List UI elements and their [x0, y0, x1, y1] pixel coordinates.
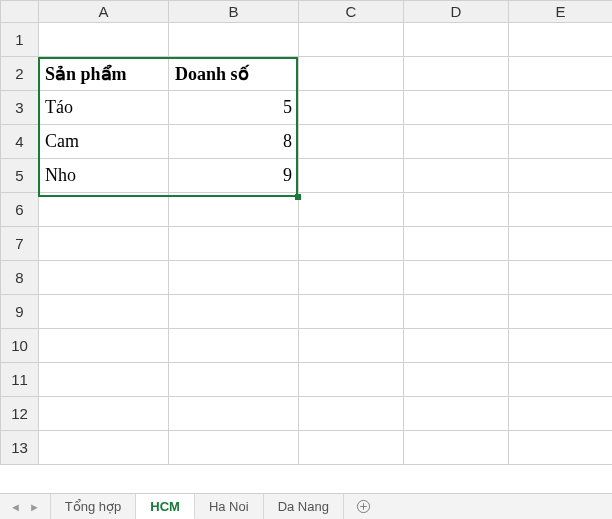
- cell-C10[interactable]: [299, 329, 404, 363]
- select-all-corner[interactable]: [1, 1, 39, 23]
- sheet-tab-da-nang[interactable]: Da Nang: [264, 494, 344, 519]
- cell-E5[interactable]: [509, 159, 613, 193]
- grid-body: 1 2 Sản phẩm Doanh số 3 Táo 5 4 Cam 8: [1, 23, 613, 465]
- row-header-8[interactable]: 8: [1, 261, 39, 295]
- cell-D12[interactable]: [404, 397, 509, 431]
- cell-A5[interactable]: Nho: [39, 159, 169, 193]
- cell-A7[interactable]: [39, 227, 169, 261]
- cell-A11[interactable]: [39, 363, 169, 397]
- cell-A12[interactable]: [39, 397, 169, 431]
- cell-A10[interactable]: [39, 329, 169, 363]
- cell-B1[interactable]: [169, 23, 299, 57]
- cell-D11[interactable]: [404, 363, 509, 397]
- col-header-E[interactable]: E: [509, 1, 613, 23]
- row-header-6[interactable]: 6: [1, 193, 39, 227]
- plus-circle-icon: [356, 499, 371, 514]
- sheet-tab-label: HCM: [150, 499, 180, 514]
- cell-A8[interactable]: [39, 261, 169, 295]
- cell-A13[interactable]: [39, 431, 169, 465]
- cell-D9[interactable]: [404, 295, 509, 329]
- cell-E7[interactable]: [509, 227, 613, 261]
- cell-B7[interactable]: [169, 227, 299, 261]
- row-header-7[interactable]: 7: [1, 227, 39, 261]
- cell-B11[interactable]: [169, 363, 299, 397]
- row-header-5[interactable]: 5: [1, 159, 39, 193]
- tab-nav-next-icon[interactable]: ►: [29, 501, 40, 513]
- row-header-10[interactable]: 10: [1, 329, 39, 363]
- cell-D8[interactable]: [404, 261, 509, 295]
- sheet-tab-ha-noi[interactable]: Ha Noi: [195, 494, 264, 519]
- cell-E13[interactable]: [509, 431, 613, 465]
- cell-D5[interactable]: [404, 159, 509, 193]
- row-header-9[interactable]: 9: [1, 295, 39, 329]
- row-header-11[interactable]: 11: [1, 363, 39, 397]
- cell-C11[interactable]: [299, 363, 404, 397]
- new-sheet-button[interactable]: [344, 494, 383, 519]
- sheet-tab-hcm[interactable]: HCM: [136, 494, 195, 519]
- row-header-13[interactable]: 13: [1, 431, 39, 465]
- cell-C6[interactable]: [299, 193, 404, 227]
- row-header-2[interactable]: 2: [1, 57, 39, 91]
- cell-E10[interactable]: [509, 329, 613, 363]
- cell-D1[interactable]: [404, 23, 509, 57]
- cell-E8[interactable]: [509, 261, 613, 295]
- cell-B4[interactable]: 8: [169, 125, 299, 159]
- cell-E6[interactable]: [509, 193, 613, 227]
- cell-C12[interactable]: [299, 397, 404, 431]
- cell-A3[interactable]: Táo: [39, 91, 169, 125]
- cell-C7[interactable]: [299, 227, 404, 261]
- cell-D6[interactable]: [404, 193, 509, 227]
- cell-A1[interactable]: [39, 23, 169, 57]
- cell-C4[interactable]: [299, 125, 404, 159]
- sheet-tab-label: Da Nang: [278, 499, 329, 514]
- row-header-3[interactable]: 3: [1, 91, 39, 125]
- cell-C13[interactable]: [299, 431, 404, 465]
- cell-A6[interactable]: [39, 193, 169, 227]
- cell-C9[interactable]: [299, 295, 404, 329]
- cell-E9[interactable]: [509, 295, 613, 329]
- tab-nav-prev-icon[interactable]: ◄: [10, 501, 21, 513]
- cell-C8[interactable]: [299, 261, 404, 295]
- col-header-A[interactable]: A: [39, 1, 169, 23]
- cell-B12[interactable]: [169, 397, 299, 431]
- cell-E1[interactable]: [509, 23, 613, 57]
- cell-E2[interactable]: [509, 57, 613, 91]
- cell-A9[interactable]: [39, 295, 169, 329]
- cell-B2[interactable]: Doanh số: [169, 57, 299, 91]
- col-header-B[interactable]: B: [169, 1, 299, 23]
- cell-B5-value: 9: [169, 159, 298, 192]
- col-header-C[interactable]: C: [299, 1, 404, 23]
- cell-E3[interactable]: [509, 91, 613, 125]
- cell-E11[interactable]: [509, 363, 613, 397]
- cell-C2[interactable]: [299, 57, 404, 91]
- row-header-1[interactable]: 1: [1, 23, 39, 57]
- cell-B5[interactable]: 9: [169, 159, 299, 193]
- column-header-row: A B C D E: [1, 1, 613, 23]
- cell-D7[interactable]: [404, 227, 509, 261]
- cell-A5-value: Nho: [39, 159, 168, 192]
- cell-B9[interactable]: [169, 295, 299, 329]
- col-header-D[interactable]: D: [404, 1, 509, 23]
- sheet-tab-tong-hop[interactable]: Tổng hợp: [51, 494, 136, 519]
- cell-C3[interactable]: [299, 91, 404, 125]
- cell-D10[interactable]: [404, 329, 509, 363]
- cell-D4[interactable]: [404, 125, 509, 159]
- cell-B13[interactable]: [169, 431, 299, 465]
- row-header-4[interactable]: 4: [1, 125, 39, 159]
- cell-D3[interactable]: [404, 91, 509, 125]
- cell-C1[interactable]: [299, 23, 404, 57]
- cell-B10[interactable]: [169, 329, 299, 363]
- cell-D13[interactable]: [404, 431, 509, 465]
- cell-C5[interactable]: [299, 159, 404, 193]
- cell-E12[interactable]: [509, 397, 613, 431]
- cell-A2[interactable]: Sản phẩm: [39, 57, 169, 91]
- cell-B3[interactable]: 5: [169, 91, 299, 125]
- spreadsheet-grid[interactable]: A B C D E 1 2 Sản phẩm Doanh số 3 Táo 5: [0, 0, 612, 465]
- cell-B8[interactable]: [169, 261, 299, 295]
- row-header-12[interactable]: 12: [1, 397, 39, 431]
- cell-E4[interactable]: [509, 125, 613, 159]
- cell-D2[interactable]: [404, 57, 509, 91]
- cell-B6[interactable]: [169, 193, 299, 227]
- tab-nav-controls: ◄ ►: [0, 494, 51, 519]
- cell-A4[interactable]: Cam: [39, 125, 169, 159]
